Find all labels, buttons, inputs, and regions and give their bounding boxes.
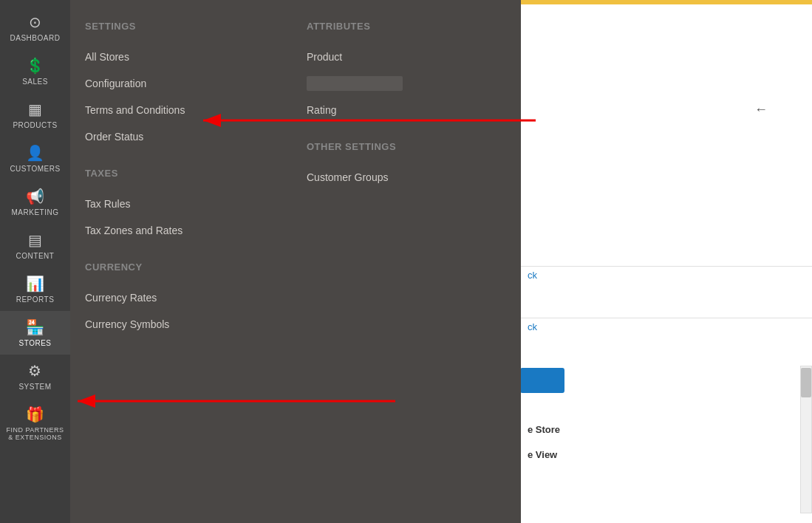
other-settings-heading: Other Settings (307, 141, 506, 152)
menu-terms-conditions[interactable]: Terms and Conditions (85, 97, 277, 123)
reports-icon: 📊 (26, 275, 45, 293)
scrollbar-thumb[interactable] (801, 368, 811, 397)
menu-rating[interactable]: Rating (307, 97, 506, 123)
settings-heading: Settings (85, 21, 277, 32)
sidebar: ⊙ DASHBOARD 💲 SALES ▦ PRODUCTS 👤 CUSTOME… (0, 0, 70, 523)
sidebar-item-partners[interactable]: 🎁 FIND PARTNERS & EXTENSIONS (0, 398, 70, 448)
menu-product-attr[interactable]: Product (307, 44, 506, 70)
panel-left-column: Settings All Stores Configuration Terms … (70, 15, 292, 508)
right-panel-content: ← ck ck e Store e View (520, 0, 812, 523)
sidebar-label-sales: SALES (22, 78, 48, 86)
table-divider-1 (520, 266, 812, 267)
partners-icon: 🎁 (26, 406, 45, 423)
menu-attribute-set[interactable]: Attribute Set (307, 76, 403, 91)
partial-link-1[interactable]: ck (528, 270, 537, 281)
dashboard-icon: ⊙ (29, 13, 42, 31)
attributes-heading: Attributes (307, 21, 506, 32)
menu-currency-symbols[interactable]: Currency Symbols (85, 311, 277, 338)
menu-configuration[interactable]: Configuration (85, 70, 277, 97)
sidebar-item-dashboard[interactable]: ⊙ DASHBOARD (0, 6, 70, 49)
menu-currency-rates[interactable]: Currency Rates (85, 284, 277, 311)
back-button[interactable]: ← (754, 102, 768, 117)
menu-customer-groups[interactable]: Customer Groups (307, 164, 506, 191)
menu-all-stores[interactable]: All Stores (85, 44, 277, 70)
sidebar-label-reports: REPORTS (16, 295, 55, 304)
scrollbar[interactable] (800, 366, 812, 513)
sales-icon: 💲 (26, 57, 45, 75)
customers-icon: 👤 (26, 144, 45, 162)
back-arrow-icon: ← (754, 102, 768, 117)
products-icon: ▦ (28, 100, 43, 118)
sidebar-label-stores: STORES (19, 339, 52, 347)
stores-icon: 🏪 (26, 318, 45, 336)
sidebar-label-content: CONTENT (16, 252, 55, 260)
sidebar-label-system: SYSTEM (18, 383, 51, 391)
store-label: e Store (528, 424, 560, 435)
panel-right-column: Attributes Product Attribute Set Rating … (292, 15, 521, 508)
sidebar-item-sales[interactable]: 💲 SALES (0, 49, 70, 93)
top-yellow-bar (520, 0, 812, 4)
table-divider-2 (520, 318, 812, 318)
sidebar-label-marketing: MARKETING (12, 208, 59, 216)
sidebar-item-reports[interactable]: 📊 REPORTS (0, 267, 70, 311)
sidebar-label-dashboard: DASHBOARD (10, 34, 61, 42)
system-icon: ⚙ (28, 362, 42, 380)
partial-link-2[interactable]: ck (528, 321, 537, 332)
stores-dropdown-panel: Settings All Stores Configuration Terms … (70, 0, 521, 523)
view-label: e View (528, 449, 557, 460)
menu-order-status[interactable]: Order Status (85, 123, 277, 150)
add-button[interactable] (520, 368, 564, 393)
menu-tax-rules[interactable]: Tax Rules (85, 191, 277, 217)
menu-tax-zones[interactable]: Tax Zones and Rates (85, 217, 277, 244)
sidebar-label-products: PRODUCTS (13, 121, 57, 129)
sidebar-label-customers: CUSTOMERS (10, 165, 60, 173)
sidebar-item-products[interactable]: ▦ PRODUCTS (0, 93, 70, 137)
content-icon: ▤ (28, 231, 43, 249)
sidebar-label-partners: FIND PARTNERS & EXTENSIONS (3, 426, 67, 441)
sidebar-item-marketing[interactable]: 📢 MARKETING (0, 180, 70, 224)
sidebar-item-customers[interactable]: 👤 CUSTOMERS (0, 137, 70, 180)
taxes-heading: Taxes (85, 168, 277, 179)
sidebar-item-content[interactable]: ▤ CONTENT (0, 224, 70, 267)
currency-heading: Currency (85, 262, 277, 273)
sidebar-item-system[interactable]: ⚙ SYSTEM (0, 355, 70, 398)
sidebar-item-stores[interactable]: 🏪 STORES (0, 311, 70, 355)
marketing-icon: 📢 (26, 188, 45, 205)
